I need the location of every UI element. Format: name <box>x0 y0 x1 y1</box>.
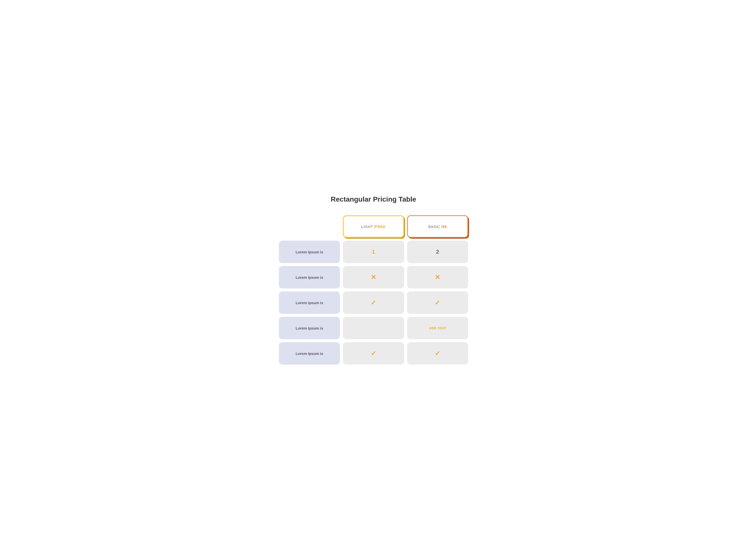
cell-value-light-1: 1 <box>372 249 375 255</box>
add-text-label[interactable]: ADD TEXT <box>429 326 446 330</box>
page-title: Rectangular Pricing Table <box>279 195 468 203</box>
plan-price-light: FREE <box>375 224 386 229</box>
pricing-table: LIGHT /FREE BASIC /95 Lorem Ipsum is 1 2… <box>279 215 468 365</box>
plan-price-basic: 95 <box>442 224 447 229</box>
feature-cell-basic-2: ✕ <box>407 266 468 289</box>
cell-value-basic-1: 2 <box>436 249 439 255</box>
check-icon-light-5: ✓ <box>371 350 376 357</box>
feature-cell-basic-5: ✓ <box>407 342 468 365</box>
feature-label-3: Lorem Ipsum is <box>279 291 340 314</box>
feature-cell-light-2: ✕ <box>343 266 404 289</box>
feature-label-5: Lorem Ipsum is <box>279 342 340 365</box>
page-wrapper: Rectangular Pricing Table LIGHT /FREE BA… <box>279 195 468 365</box>
feature-label-1: Lorem Ipsum is <box>279 241 340 263</box>
plan-header-light: LIGHT /FREE <box>343 215 404 238</box>
check-icon-basic-5: ✓ <box>435 350 440 357</box>
feature-cell-basic-3: ✓ <box>407 291 468 314</box>
feature-label-4: Lorem Ipsum is <box>279 317 340 339</box>
plan-header-basic: BASIC /95 <box>407 215 468 238</box>
feature-cell-light-3: ✓ <box>343 291 404 314</box>
cross-icon-light-2: ✕ <box>371 273 376 281</box>
feature-cell-light-4 <box>343 317 404 339</box>
check-icon-light-3: ✓ <box>371 299 376 306</box>
feature-cell-basic-1: 2 <box>407 241 468 263</box>
plan-label-basic: BASIC / <box>428 224 442 229</box>
cross-icon-basic-2: ✕ <box>435 273 440 281</box>
plan-label-light: LIGHT / <box>361 224 375 229</box>
feature-cell-basic-4[interactable]: ADD TEXT <box>407 317 468 339</box>
feature-label-2: Lorem Ipsum is <box>279 266 340 289</box>
feature-cell-light-1: 1 <box>343 241 404 263</box>
feature-cell-light-5: ✓ <box>343 342 404 365</box>
check-icon-basic-3: ✓ <box>435 299 440 306</box>
